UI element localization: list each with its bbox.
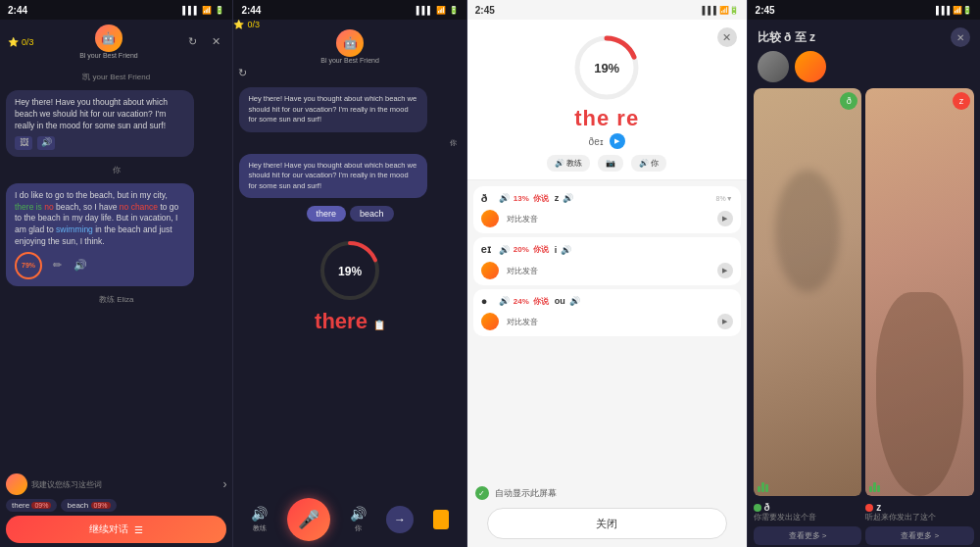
word-btn-there[interactable]: there <box>307 206 347 222</box>
user-mini-avatar-2 <box>481 262 499 279</box>
close-button-1[interactable]: ✕ <box>207 33 224 51</box>
video-thumb-left: ð ð 你需要发出这个音 查看更多 > <box>754 88 862 547</box>
tutor-label-1: 凯 your Best Friend <box>6 70 226 84</box>
score-word: there 📋 <box>315 309 385 334</box>
word-main: the re <box>574 106 639 131</box>
edit-icon[interactable]: ✏ <box>48 257 66 274</box>
camera-btn[interactable]: 📷 <box>598 155 623 172</box>
next-button[interactable]: → <box>386 506 414 533</box>
phone-symbol-left: ð <box>764 502 770 513</box>
phone-desc-left: 你需要发出这个音 <box>754 513 862 522</box>
continue-button[interactable]: 继续对话 ☰ <box>6 516 226 543</box>
tutor-message-bubble: Hey there! Have you thought about which … <box>6 90 194 157</box>
progress-row: 79% ✏ 🔊 <box>15 252 185 279</box>
tutor-bubble-2: Hey there! Have you thought about which … <box>239 87 427 132</box>
top-bar-2: ⭐ 0/3 🤖 Bl your Best Friend ↻ <box>233 20 466 81</box>
phoneme-header-2: eɪ 🔊 20% 你说 i 🔊 <box>481 243 733 256</box>
dot-red <box>865 504 873 512</box>
suggestion-area: 我建议您练习这些词 › there 09% beach 09% 继续对话 ☰ <box>0 470 232 547</box>
more-btn-left[interactable]: 查看更多 > <box>754 526 862 545</box>
time-3: 2:45 <box>475 5 495 16</box>
modal-close-button[interactable]: ✕ <box>717 27 737 47</box>
phoneme-item-1: ð 🔊 13% 你说 z 🔊 8%▼ 对比发音 ▶ <box>473 186 741 233</box>
phoneme-item-2: eɪ 🔊 20% 你说 i 🔊 对比发音 ▶ <box>473 237 741 285</box>
tutor-avatar: 🤖 <box>95 25 122 52</box>
video-badge-right: z <box>953 92 970 110</box>
neck-visualization <box>754 88 862 496</box>
comparison-header: 比较 ð 至 z ✕ <box>748 20 980 51</box>
bookmark-icon[interactable] <box>433 510 449 529</box>
coach-audio-btn[interactable]: 🔊 教练 <box>251 506 268 533</box>
play-btn-2[interactable]: ▶ <box>717 263 733 278</box>
bubble-actions: 🖼 🔊 <box>15 136 185 150</box>
user-bubble-2: Hey there! Have you thought about which … <box>239 154 427 199</box>
play-btn-1[interactable]: ▶ <box>717 211 733 226</box>
time-4: 2:45 <box>756 5 775 16</box>
status-icons-3: ▌▌▌📶🔋 <box>703 6 739 15</box>
video-thumbnails: ð ð 你需要发出这个音 查看更多 > z <box>748 88 980 547</box>
refresh-button-2[interactable]: ↻ <box>233 64 251 81</box>
user-mini-avatar-3 <box>481 313 499 330</box>
recording-panel: 2:44 ▌▌▌ 📶 🔋 ⭐ 0/3 🤖 Bl your Best Friend… <box>233 0 466 547</box>
auto-show-checkbox[interactable]: ✓ <box>475 486 489 500</box>
suggestion-label: 我建议您练习这些词 › <box>6 473 226 495</box>
comparison-close-button[interactable]: ✕ <box>951 27 970 47</box>
image-btn[interactable]: 🖼 <box>15 136 32 150</box>
phonetic-row: ðeɪ ▶ <box>589 133 625 149</box>
chat-area: 凯 your Best Friend Hey there! Have you t… <box>0 64 232 470</box>
you-audio-btn[interactable]: 🔊 你 <box>350 506 367 533</box>
status-icons-1: ▌▌▌ 📶 🔋 <box>182 6 224 15</box>
word-there[interactable]: there 09% <box>6 499 57 512</box>
suggestion-words: there 09% beach 09% <box>6 499 226 512</box>
bottom-controls: 🔊 教练 🎤 🔊 你 → <box>233 492 466 547</box>
you-label: 你 <box>6 163 226 177</box>
dot-green <box>754 504 761 512</box>
star-badge: ⭐ 0/3 <box>8 37 34 47</box>
phoneme-symbol-1: ð <box>481 192 495 204</box>
top-bar-actions: ↻ ✕ <box>183 33 224 51</box>
phone-label-right: z <box>865 502 974 513</box>
refresh-button[interactable]: ↻ <box>183 33 201 51</box>
phoneme-header-3: ● 🔊 24% 你说 ou 🔊 <box>481 295 733 307</box>
modal-header: ✕ 19% the re ðeɪ ▶ 🔊 教练 📷 🔊 你 <box>467 20 747 180</box>
mic-button[interactable]: 🎤 <box>287 498 330 541</box>
play-btn-3[interactable]: ▶ <box>717 314 733 329</box>
video-image-left: ð <box>754 88 862 496</box>
word-beach[interactable]: beach 09% <box>61 499 116 512</box>
sound-indicator-right <box>869 482 880 492</box>
phone-label-left: ð <box>754 502 862 513</box>
phoneme-list: ð 🔊 13% 你说 z 🔊 8%▼ 对比发音 ▶ eɪ 🔊 20% 你说 i <box>467 180 747 482</box>
score-ring: 19% <box>318 239 382 303</box>
status-bar-1: 2:44 ▌▌▌ 📶 🔋 <box>0 0 232 20</box>
coach-compare-btn[interactable]: 🔊 教练 <box>547 155 590 172</box>
phoneme-header-1: ð 🔊 13% 你说 z 🔊 8%▼ <box>481 192 733 204</box>
audio-user-icon[interactable]: 🔊 <box>72 257 89 274</box>
comparison-title: 比较 ð 至 z <box>758 29 815 46</box>
analysis-panel: 2:45 ▌▌▌📶🔋 ✕ 19% the re ðeɪ ▶ 🔊 教练 📷 🔊 你 <box>467 0 748 547</box>
sound-indicator-left <box>758 482 768 492</box>
status-icons-4: ▌▌▌📶🔋 <box>936 6 972 15</box>
progress-circle: 79% <box>15 252 42 279</box>
user-mini-avatar-1 <box>481 210 499 227</box>
phoneme-item-3: ● 🔊 24% 你说 ou 🔊 对比发音 ▶ <box>473 289 741 336</box>
star-badge-2: ⭐ 0/3 <box>233 20 466 29</box>
word-btn-beach[interactable]: beach <box>350 206 394 222</box>
avatar-left <box>758 51 789 82</box>
more-btn-right[interactable]: 查看更多 > <box>865 526 974 545</box>
score-display: 19% there 📋 <box>239 229 460 344</box>
you-compare-btn[interactable]: 🔊 你 <box>631 155 666 172</box>
user-row-2: 对比发音 ▶ <box>481 262 733 279</box>
time-1: 2:44 <box>8 5 27 16</box>
phone-symbol-right: z <box>876 502 881 513</box>
phonetic-play-btn[interactable]: ▶ <box>610 133 625 149</box>
audio-btn[interactable]: 🔊 <box>37 136 55 150</box>
video-thumb-right: z z 听起来你发出了这个 查看更多 > <box>865 88 974 547</box>
close-modal-button[interactable]: 关闭 <box>487 508 727 539</box>
chat-preview: Hey there! Have you thought about which … <box>233 81 466 492</box>
time-2: 2:44 <box>241 5 261 16</box>
score-text: 19% <box>338 265 362 278</box>
video-image-right: z <box>865 88 974 496</box>
coach-name: 教练 Eliza <box>6 292 226 307</box>
phoneme-symbol-2: eɪ <box>481 243 495 256</box>
chat-panel: 2:44 ▌▌▌ 📶 🔋 ⭐ 0/3 🤖 Bl your Best Friend… <box>0 0 233 547</box>
